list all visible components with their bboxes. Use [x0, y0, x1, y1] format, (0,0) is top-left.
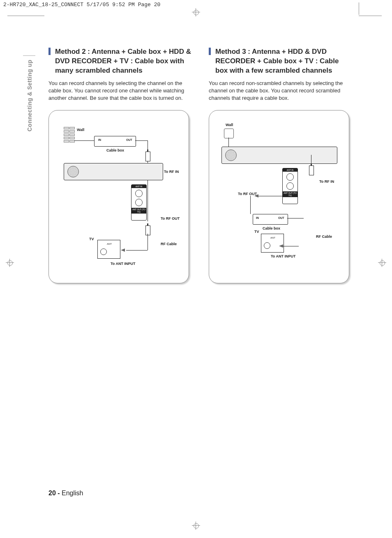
- page: 2-HR720_XAC_18-25_CONNECT 5/17/05 9:52 P…: [0, 0, 392, 538]
- label-in: IN: [98, 138, 101, 141]
- column-method-3: Method 3 : Antenna + HDD & DVD RECORDER …: [209, 47, 353, 283]
- cable-box-icon: [253, 214, 288, 225]
- label-out: OUT: [126, 138, 132, 141]
- crop-mark: [359, 16, 382, 16]
- label-ant-in: ANT IN: [283, 168, 297, 172]
- tv-icon: ANT: [97, 240, 120, 259]
- content-columns: Method 2 : Antenna + Cable box + HDD & D…: [48, 47, 353, 283]
- label-to-rf-in: To RF IN: [164, 170, 179, 174]
- page-number: 20 -: [48, 490, 60, 497]
- method-3-title: Method 3 : Antenna + HDD & DVD RECORDER …: [209, 47, 353, 76]
- wire: [250, 196, 251, 214]
- page-footer: 20 - English: [48, 490, 83, 497]
- wire: [228, 138, 229, 147]
- wall-outlet-icon: [224, 129, 234, 138]
- rf-plug-icon: [145, 225, 150, 235]
- label-ant: ANT: [270, 237, 275, 239]
- label-wall: Wall: [77, 128, 84, 132]
- wire: [148, 234, 148, 250]
- label-tv: TV: [89, 237, 94, 241]
- registration-mark-icon: [192, 8, 200, 16]
- crop-mark: [359, 2, 359, 15]
- label-ant-out: ANT OUT (TO TV): [283, 191, 297, 197]
- arrow-icon: [254, 194, 258, 198]
- hdd-dvd-recorder-icon: [64, 163, 163, 180]
- label-to-ant-input: To ANT INPUT: [271, 254, 296, 258]
- wire: [258, 196, 282, 196]
- registration-mark-icon: [6, 259, 14, 267]
- label-to-rf-in: To RF IN: [319, 179, 334, 184]
- label-tv: TV: [254, 230, 259, 234]
- rf-plug-icon: [145, 152, 150, 161]
- wire: [135, 140, 148, 141]
- wire: [74, 140, 94, 141]
- label-ant: ANT: [107, 243, 112, 245]
- method-2-diagram: Wall IN OUT Cable box To RF IN ANT IN: [48, 110, 189, 283]
- label-to-ant-input: To ANT INPUT: [111, 262, 136, 266]
- section-tab: Connecting & Setting up: [26, 60, 33, 131]
- method-3-diagram: Wall ANT IN ANT OUT (TO TV) To RF IN To …: [209, 110, 349, 283]
- wire: [148, 180, 148, 221]
- registration-mark-icon: [378, 259, 386, 267]
- antenna-panel-icon: ANT IN ANT OUT (TO TV): [282, 168, 298, 204]
- label-ant-out: ANT OUT (TO TV): [131, 208, 146, 214]
- column-method-2: Method 2 : Antenna + Cable box + HDD & D…: [48, 47, 192, 283]
- cable-box-icon: [94, 136, 136, 147]
- antenna-panel-icon: ANT IN ANT OUT (TO TV): [131, 184, 147, 221]
- label-ant-in: ANT IN: [131, 185, 146, 188]
- label-rf-cable: RF Cable: [161, 242, 177, 246]
- label-in: IN: [256, 216, 259, 219]
- hdd-dvd-recorder-icon: [221, 147, 337, 164]
- method-2-body: You can record channels by selecting the…: [48, 80, 192, 102]
- tv-icon: ANT: [261, 234, 284, 253]
- registration-mark-icon: [192, 522, 200, 530]
- label-rf-cable: RF Cable: [316, 235, 332, 239]
- label-to-rf-out: To RF OUT: [161, 216, 180, 221]
- label-out: OUT: [278, 216, 284, 219]
- label-cablebox: Cable box: [106, 148, 124, 152]
- wall-outlet-icon: [64, 127, 75, 145]
- method-3-body: You can record non-scrambled channels by…: [209, 80, 353, 102]
- page-language: English: [62, 490, 83, 497]
- label-cablebox: Cable box: [263, 226, 280, 230]
- arrow-icon: [121, 248, 125, 252]
- label-wall: Wall: [226, 123, 233, 127]
- method-2-title: Method 2 : Antenna + Cable box + HDD & D…: [48, 47, 192, 76]
- wire: [282, 246, 299, 246]
- wire: [126, 250, 148, 251]
- crop-mark: [7, 16, 44, 16]
- arrow-icon: [279, 244, 283, 248]
- wire: [287, 218, 304, 218]
- rf-plug-icon: [309, 166, 314, 175]
